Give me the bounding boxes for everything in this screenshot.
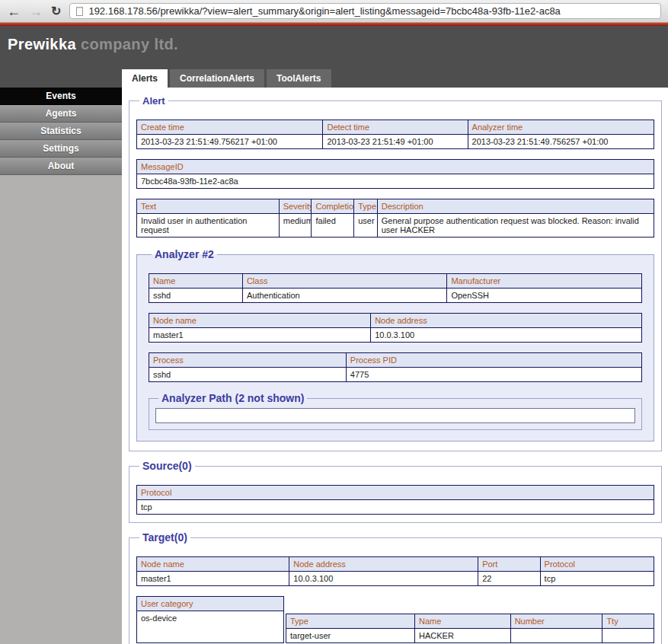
target-node-name-header: Node name — [137, 557, 289, 572]
severity-header: Severity — [279, 199, 312, 214]
userid-tty-header: Tty — [602, 614, 654, 629]
analyzer-path-section: Analyzer Path (2 not shown) — [149, 392, 642, 430]
target-protocol-value: tcp — [540, 572, 654, 586]
source-section: Source(0) Protocol tcp — [129, 460, 662, 523]
content-row: Events Agents Statistics Settings About … — [0, 88, 668, 644]
user-category-table: User category os-device — [136, 596, 284, 643]
sidebar-item-settings[interactable]: Settings — [0, 140, 122, 158]
analyzer-manufacturer-value: OpenSSH — [447, 289, 642, 303]
tab-toolalerts[interactable]: ToolAlerts — [267, 69, 331, 88]
classification-table: Text Severity Completion Type Descriptio… — [136, 199, 654, 238]
node-name-value: master1 — [149, 328, 371, 343]
analyzer-path-title: Analyzer Path (2 not shown) — [158, 392, 307, 404]
messageid-header: MessageID — [137, 160, 654, 174]
sidebar-item-agents[interactable]: Agents — [0, 105, 122, 123]
brand-name: Prewikka — [8, 36, 76, 53]
target-section-title: Target(0) — [139, 531, 190, 544]
target-section: Target(0) Node name Node address Port Pr… — [129, 531, 662, 644]
tab-correlationalerts[interactable]: CorrelationAlerts — [170, 69, 264, 88]
forward-icon[interactable]: → — [29, 5, 43, 18]
target-user-tables: User category os-device Type Name Number… — [136, 596, 654, 643]
process-pid-value: 4775 — [346, 368, 641, 382]
user-category-value: os-device — [137, 611, 284, 643]
detect-time-header: Detect time — [323, 120, 468, 135]
target-node-address-header: Node address — [289, 557, 478, 572]
userid-name-header: Name — [415, 614, 511, 629]
target-port-value: 22 — [478, 572, 540, 586]
analyzer-process-table: Process Process PID sshd 4775 — [149, 352, 642, 382]
back-icon[interactable]: ← — [7, 5, 21, 18]
analyzer-path-empty-box — [155, 408, 635, 423]
target-node-name-value: master1 — [137, 572, 289, 586]
analyzer-section: Analyzer #2 Name Class Manufacturer sshd… — [136, 248, 654, 442]
text-header: Text — [137, 199, 280, 214]
alert-times-table: Create time Detect time Analyzer time 20… — [136, 120, 654, 149]
userid-number-header: Number — [510, 614, 602, 629]
create-time-value: 2013-03-23 21:51:49.756217 +01:00 — [137, 135, 323, 149]
reload-icon[interactable]: ↻ — [51, 5, 61, 18]
severity-value: medium — [279, 214, 312, 238]
userid-name-value: HACKER — [415, 629, 511, 643]
target-node-table: Node name Node address Port Protocol mas… — [136, 556, 654, 586]
tab-alerts[interactable]: Alerts — [122, 69, 168, 88]
tab-bar: Alerts CorrelationAlerts ToolAlerts — [122, 69, 331, 88]
source-protocol-value: tcp — [137, 500, 654, 515]
type-value: user — [354, 214, 378, 238]
messageid-table: MessageID 7bcbc48a-93fb-11e2-ac8a — [136, 159, 654, 189]
analyzer-section-title: Analyzer #2 — [152, 248, 217, 260]
browser-toolbar: ← → ↻ 192.168.178.56/prewikka/?view=aler… — [0, 0, 668, 23]
analyzer-name-value: sshd — [149, 289, 243, 303]
sidebar-item-events[interactable]: Events — [0, 88, 122, 105]
analyzer-class-header: Class — [242, 274, 447, 289]
main-content: Alert Create time Detect time Analyzer t… — [122, 88, 668, 644]
create-time-header: Create time — [137, 120, 323, 135]
userid-type-value: target-user — [286, 629, 415, 643]
completion-value: failed — [312, 214, 354, 238]
description-header: Description — [377, 199, 654, 214]
user-category-header: User category — [137, 597, 284, 611]
alert-section: Alert Create time Detect time Analyzer t… — [129, 95, 662, 451]
process-pid-header: Process PID — [346, 353, 641, 368]
node-address-header: Node address — [371, 314, 642, 328]
brand-suffix: company ltd. — [81, 36, 178, 53]
analyzer-node-table: Node name Node address master1 10.0.3.10… — [149, 313, 642, 343]
url-text: 192.168.178.56/prewikka/?view=alert_summ… — [88, 5, 560, 17]
process-value: sshd — [149, 368, 347, 382]
target-node-address-value: 10.0.3.100 — [289, 572, 478, 586]
sidebar-item-about[interactable]: About — [0, 158, 122, 175]
analyzer-name-header: Name — [149, 274, 243, 289]
source-protocol-table: Protocol tcp — [136, 485, 654, 515]
analyzer-class-value: Authentication — [242, 289, 447, 303]
userid-tty-value — [602, 629, 654, 643]
analyzer-manufacturer-header: Manufacturer — [447, 274, 642, 289]
messageid-value: 7bcbc48a-93fb-11e2-ac8a — [137, 174, 654, 189]
address-bar[interactable]: 192.168.178.56/prewikka/?view=alert_summ… — [69, 3, 661, 19]
node-address-value: 10.0.3.100 — [371, 328, 642, 343]
app-header: Prewikka company ltd. Alerts Correlation… — [0, 26, 668, 88]
alert-section-title: Alert — [139, 95, 168, 107]
node-name-header: Node name — [149, 314, 371, 328]
sidebar-item-statistics[interactable]: Statistics — [0, 123, 122, 140]
target-port-header: Port — [478, 557, 540, 572]
userid-type-header: Type — [286, 614, 415, 629]
description-value: General purpose authentication request w… — [377, 214, 654, 238]
completion-header: Completion — [312, 199, 354, 214]
analyzer-time-value: 2013-03-23 21:51:49.756257 +01:00 — [468, 135, 654, 149]
text-value[interactable]: Invalid user in authentication request — [137, 214, 280, 238]
page-icon — [76, 7, 83, 16]
analyzer-info-table: Name Class Manufacturer sshd Authenticat… — [149, 273, 642, 303]
sidebar: Events Agents Statistics Settings About — [0, 88, 122, 644]
brand: Prewikka company ltd. — [0, 26, 668, 53]
process-header: Process — [149, 353, 347, 368]
source-section-title: Source(0) — [139, 460, 195, 472]
userid-number-value — [510, 629, 602, 643]
detect-time-value: 2013-03-23 21:51:49 +01:00 — [323, 135, 468, 149]
userid-table: Type Name Number Tty target-user HACKER — [286, 614, 654, 643]
source-protocol-header: Protocol — [137, 486, 654, 500]
target-protocol-header: Protocol — [540, 557, 654, 572]
analyzer-time-header: Analyzer time — [468, 120, 654, 135]
type-header: Type — [354, 199, 378, 214]
